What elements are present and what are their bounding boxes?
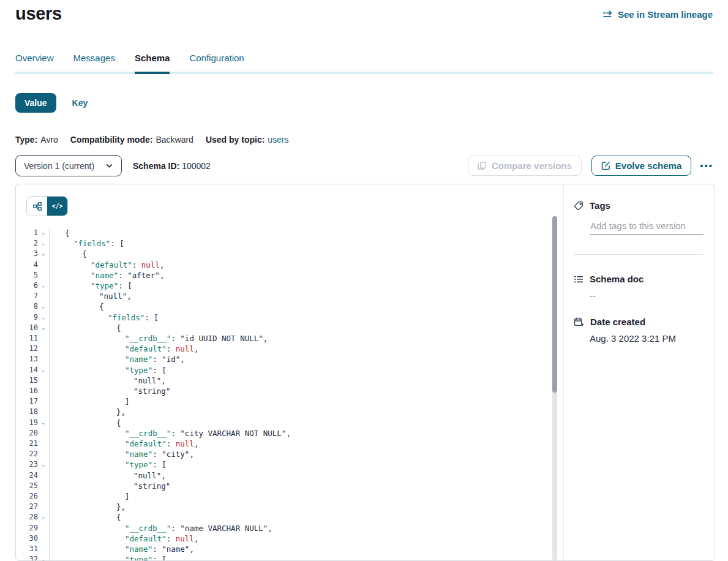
line-number: 10: [29, 323, 38, 333]
code-line: 8▾{: [16, 301, 549, 312]
code-line: 9▾"fields": [: [16, 312, 549, 323]
code-editor[interactable]: 1▾{2▾"fields": [3▾{4"default": null,5"na…: [16, 228, 549, 561]
code-line: 16"string": [16, 386, 549, 396]
code-line: 11"__crdb__": "id UUID NOT NULL",: [16, 333, 549, 344]
calendar-plus-icon: [574, 317, 584, 327]
code-line: 31"name": "name",: [16, 544, 549, 554]
tab-configuration[interactable]: Configuration: [189, 53, 244, 74]
line-number: 9: [34, 312, 38, 323]
code-line: 32▾"type": [: [16, 554, 549, 561]
tree-view-icon: [33, 202, 42, 211]
topic-link[interactable]: users: [268, 135, 288, 145]
tree-view-button[interactable]: [27, 197, 47, 216]
compatibility-mode: Compatibility mode:Backward: [70, 135, 193, 145]
tab-schema[interactable]: Schema: [135, 53, 170, 74]
line-number: 28: [29, 512, 38, 522]
fold-toggle-icon[interactable]: ▾: [42, 555, 45, 561]
code-line: 1▾{: [16, 228, 549, 238]
more-actions-button[interactable]: •••: [700, 160, 713, 171]
tag-icon: [574, 201, 584, 211]
code-line: 3▾{: [16, 249, 549, 259]
used-by-topic: Used by topic:users: [206, 135, 289, 145]
code-scrollbar-thumb[interactable]: [552, 216, 557, 393]
copy-pages-icon: [478, 161, 487, 170]
code-line: 28▾{: [16, 512, 549, 522]
page-title: users: [15, 4, 62, 24]
line-number: 27: [29, 502, 38, 512]
code-line: 14▾"type": [: [16, 365, 549, 375]
tab-messages[interactable]: Messages: [73, 53, 115, 74]
schema-type: Type:Avro: [15, 135, 58, 145]
stream-lineage-link[interactable]: See in Stream lineage: [603, 9, 713, 20]
line-number: 31: [29, 544, 38, 554]
tab-overview[interactable]: Overview: [15, 53, 54, 74]
line-number: 3: [34, 249, 38, 259]
line-number: 2: [34, 238, 38, 249]
code-line: 26]: [16, 491, 549, 502]
line-number: 15: [29, 375, 38, 386]
view-mode-toggle: </>: [26, 196, 68, 216]
schema-page: users See in Stream lineage Overview Mes…: [0, 0, 728, 561]
line-number: 16: [29, 386, 38, 396]
code-line: 29"__crdb__": "name VARCHAR NULL",: [16, 523, 549, 533]
line-number: 20: [29, 428, 38, 439]
line-number: 30: [29, 533, 38, 544]
line-number: 29: [29, 523, 38, 533]
code-line: 13"name": "id",: [16, 354, 549, 364]
sidebar-divider: [574, 254, 704, 255]
line-number: 18: [29, 407, 38, 417]
code-line: 5"name": "after",: [16, 270, 549, 280]
line-number: 11: [29, 333, 38, 344]
code-line: 2▾"fields": [: [16, 238, 549, 249]
line-number: 17: [29, 396, 38, 407]
evolve-schema-button[interactable]: Evolve schema: [591, 156, 691, 176]
schema-doc-value: --: [590, 290, 704, 301]
line-number: 14: [29, 365, 38, 375]
line-number: 21: [29, 439, 38, 449]
code-view-button[interactable]: </>: [47, 197, 67, 216]
compare-versions-button[interactable]: Compare versions: [468, 156, 582, 176]
line-number: 24: [29, 470, 38, 481]
code-line: 21"default": null,: [16, 439, 549, 449]
edit-schema-icon: [601, 161, 610, 170]
code-line: 25"string": [16, 481, 549, 491]
add-tags-input[interactable]: [590, 219, 704, 235]
code-line: 19▾{: [16, 418, 549, 428]
line-number: 22: [29, 449, 38, 459]
schema-id: Schema ID: 100002: [133, 161, 211, 171]
code-line: 23▾"type": [: [16, 459, 549, 470]
schema-details-sidebar: Tags Schema doc --: [563, 184, 715, 560]
code-line: 24"null",: [16, 470, 549, 481]
line-number: 6: [34, 280, 38, 291]
code-line: 30"default": null,: [16, 533, 549, 544]
code-line: 7"null",: [16, 291, 549, 301]
stream-lineage-icon: [603, 10, 614, 20]
line-number: 12: [29, 344, 38, 354]
code-line: 4"default": null,: [16, 260, 549, 270]
code-line: 18},: [16, 407, 549, 417]
line-number: 19: [29, 418, 38, 428]
line-number: 13: [29, 354, 38, 364]
line-number: 1: [34, 228, 38, 238]
schema-panel: </> 1▾{2▾"fields": [3▾{4"default": null,…: [15, 184, 715, 561]
version-toolbar: Version 1 (current) Schema ID: 100002 Co…: [15, 155, 715, 176]
line-number: 7: [34, 291, 38, 301]
tab-track: [15, 72, 713, 74]
line-number: 26: [29, 491, 38, 502]
code-line: 10▾{: [16, 323, 549, 333]
code-line: 6▾"type": [: [16, 280, 549, 291]
line-number: 23: [29, 459, 38, 470]
key-toggle-button[interactable]: Key: [72, 98, 88, 108]
date-created-value: Aug. 3 2022 3:21 PM: [590, 333, 704, 344]
code-line: 17]: [16, 396, 549, 407]
line-number: 32: [29, 554, 38, 561]
schema-code-pane: </> 1▾{2▾"fields": [3▾{4"default": null,…: [16, 184, 563, 560]
code-line: 12"default": null,: [16, 344, 549, 354]
code-line: 27},: [16, 502, 549, 512]
value-key-toggle: Value Key: [15, 93, 88, 113]
chevron-down-icon: [105, 162, 113, 170]
version-select[interactable]: Version 1 (current): [15, 155, 122, 176]
code-line: 20"__crdb__": "city VARCHAR NOT NULL",: [16, 428, 549, 439]
value-toggle-button[interactable]: Value: [15, 93, 56, 113]
code-view-icon: </>: [51, 203, 62, 209]
